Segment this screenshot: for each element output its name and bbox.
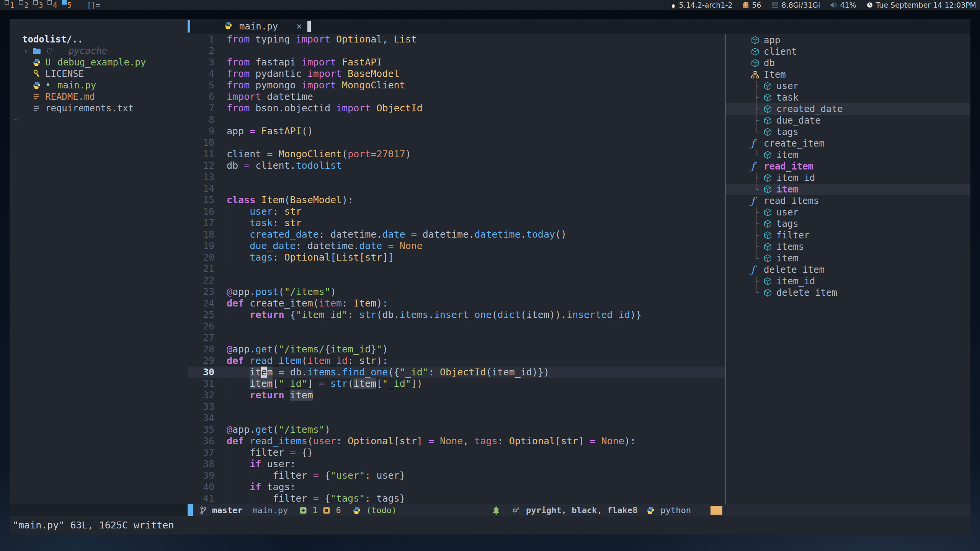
code-line-41[interactable]: 41 filter = {"tags": tags} bbox=[188, 493, 725, 504]
outline-item-item[interactable]: └item bbox=[726, 184, 970, 195]
tree-item-LICENSE[interactable]: LICENSE bbox=[10, 68, 188, 80]
outline-item-user[interactable]: ├user bbox=[726, 80, 970, 92]
code-line-3[interactable]: 3from fastapi import FastAPI bbox=[188, 57, 725, 68]
line-number: 16 bbox=[188, 206, 214, 217]
python-icon bbox=[33, 80, 41, 91]
code-line-37[interactable]: 37 filter = {} bbox=[188, 447, 725, 458]
tab-main-py[interactable]: main.py × bbox=[190, 19, 311, 34]
tab-label: main.py bbox=[239, 21, 278, 32]
code-line-25[interactable]: 25 return {"item_id": str(db.items.inser… bbox=[188, 309, 725, 321]
tree-item-main.py[interactable]: •main.py bbox=[10, 80, 188, 91]
outline-item-created_date[interactable]: ├created_date bbox=[726, 103, 970, 115]
workspace-1[interactable]: 1 bbox=[10, 1, 14, 9]
outline-item-db[interactable]: db bbox=[726, 57, 970, 69]
outline-item-label: read_items bbox=[764, 195, 819, 207]
code-line-29[interactable]: 29def read_item(item_id: str): bbox=[188, 355, 725, 367]
code-text: filter = {"user": user} bbox=[227, 470, 405, 481]
outline-item-tags[interactable]: ├tags bbox=[726, 218, 970, 230]
treesitter-icon bbox=[492, 506, 500, 515]
outline-item-delete_item[interactable]: ƒdelete_item bbox=[726, 264, 970, 276]
outline-item-item_id[interactable]: ├item_id bbox=[726, 172, 970, 184]
code-line-28[interactable]: 28@app.get("/items/{item_id}") bbox=[188, 344, 725, 355]
code-line-38[interactable]: 38 if user: bbox=[188, 458, 725, 470]
code-line-21[interactable]: 21 bbox=[188, 263, 725, 275]
git-branch-name: master bbox=[212, 505, 242, 515]
code-line-16[interactable]: 16 user: str bbox=[188, 206, 725, 217]
code-line-33[interactable]: 33 bbox=[188, 401, 725, 412]
workspace-square-icon bbox=[62, 0, 67, 5]
code-line-14[interactable]: 14 bbox=[188, 183, 725, 194]
code-line-31[interactable]: 31 item["_id"] = str(item["_id"]) bbox=[188, 378, 725, 390]
workspace-3[interactable]: 3 bbox=[39, 1, 43, 9]
outline-item-tags[interactable]: └tags bbox=[726, 126, 970, 138]
code-text: return {"item_id": str(db.items.insert_o… bbox=[227, 309, 642, 321]
code-line-4[interactable]: 4from pydantic import BaseModel bbox=[188, 68, 725, 80]
outline-item-delete_item[interactable]: └delete_item bbox=[726, 287, 970, 298]
close-icon[interactable]: × bbox=[296, 21, 302, 32]
code-line-7[interactable]: 7from bson.objectid import ObjectId bbox=[188, 103, 725, 114]
line-number: 9 bbox=[188, 126, 214, 137]
code-line-20[interactable]: 20 tags: Optional[List[str]] bbox=[188, 252, 725, 263]
tree-item-debug_example.py[interactable]: Udebug_example.py bbox=[10, 57, 188, 68]
code-line-23[interactable]: 23@app.post("/items") bbox=[188, 286, 725, 298]
workspace-2[interactable]: 2 bbox=[24, 1, 28, 9]
code-line-22[interactable]: 22 bbox=[188, 275, 725, 286]
line-number: 35 bbox=[188, 424, 214, 435]
code-line-36[interactable]: 36def read_items(user: Optional[str] = N… bbox=[188, 435, 725, 447]
code-line-9[interactable]: 9app = FastAPI() bbox=[188, 126, 725, 137]
code-line-1[interactable]: 1from typing import Optional, List bbox=[188, 34, 725, 45]
code-line-5[interactable]: 5from pymongo import MongoClient bbox=[188, 80, 725, 91]
code-line-24[interactable]: 24def create_item(item: Item): bbox=[188, 298, 725, 309]
code-line-18[interactable]: 18 created_date: datetime.date = datetim… bbox=[188, 229, 725, 240]
code-line-32[interactable]: 32 return item bbox=[188, 390, 725, 401]
code-line-2[interactable]: 2 bbox=[188, 45, 725, 57]
line-number: 4 bbox=[188, 68, 214, 80]
workspace-5[interactable]: 5 bbox=[67, 1, 72, 9]
code-editor-pane[interactable]: 1from typing import Optional, List23from… bbox=[188, 34, 725, 504]
outline-item-Item[interactable]: Item bbox=[726, 69, 970, 80]
outline-item-filter[interactable]: ├filter bbox=[726, 230, 970, 241]
outline-item-item[interactable]: └item bbox=[726, 253, 970, 264]
code-line-27[interactable]: 27 bbox=[188, 332, 725, 344]
workspace-4[interactable]: 4 bbox=[53, 1, 57, 9]
tree-item-requirements.txt[interactable]: requirements.txt bbox=[10, 103, 188, 114]
code-line-12[interactable]: 12db = client.todolist bbox=[188, 160, 725, 171]
code-line-13[interactable]: 13 bbox=[188, 171, 725, 183]
tree-item-README.md[interactable]: README.md bbox=[10, 91, 188, 103]
filetype-label: python bbox=[661, 505, 691, 515]
code-line-34[interactable]: 34 bbox=[188, 412, 725, 424]
cube-icon bbox=[764, 276, 772, 287]
code-line-19[interactable]: 19 due_date: datetime.date = None bbox=[188, 240, 725, 252]
outline-item-item_id[interactable]: ├item_id bbox=[726, 276, 970, 287]
cube-icon bbox=[751, 46, 759, 57]
tree-connector: └ bbox=[753, 149, 759, 161]
code-line-39[interactable]: 39 filter = {"user": user} bbox=[188, 470, 725, 481]
code-line-11[interactable]: 11client = MongoClient(port=27017) bbox=[188, 148, 725, 160]
outline-item-items[interactable]: ├items bbox=[726, 241, 970, 253]
outline-item-create_item[interactable]: ƒcreate_item bbox=[726, 138, 970, 149]
code-line-10[interactable]: 10 bbox=[188, 137, 725, 148]
tree-item-__pycache__[interactable]: ›__pycache__ bbox=[10, 45, 188, 57]
outline-item-user[interactable]: ├user bbox=[726, 207, 970, 218]
outline-item-client[interactable]: client bbox=[726, 46, 970, 57]
outline-item-due_date[interactable]: ├due_date bbox=[726, 115, 970, 126]
outline-item-app[interactable]: app bbox=[726, 34, 970, 46]
outline-item-task[interactable]: ├task bbox=[726, 92, 970, 103]
code-line-15[interactable]: 15class Item(BaseModel): bbox=[188, 194, 725, 206]
cube-icon bbox=[764, 241, 772, 253]
code-line-30[interactable]: 30 item = db.items.find_one({"_id": Obje… bbox=[188, 367, 725, 378]
code-line-8[interactable]: 8 bbox=[188, 114, 725, 126]
outline-item-item[interactable]: └item bbox=[726, 149, 970, 161]
outline-item-read_item[interactable]: ƒread_item bbox=[726, 161, 970, 172]
code-text: user: str bbox=[227, 206, 302, 217]
outline-item-read_items[interactable]: ƒread_items bbox=[726, 195, 970, 207]
file-tree-root[interactable]: todolist/.. bbox=[22, 34, 83, 45]
code-text: def create_item(item: Item): bbox=[227, 298, 388, 309]
code-line-26[interactable]: 26 bbox=[188, 321, 725, 332]
line-number: 10 bbox=[188, 137, 214, 148]
code-line-6[interactable]: 6import datetime bbox=[188, 91, 725, 103]
code-line-17[interactable]: 17 task: str bbox=[188, 217, 725, 229]
code-line-35[interactable]: 35@app.get("/items") bbox=[188, 424, 725, 435]
chevron-right-icon[interactable]: › bbox=[23, 45, 28, 57]
code-line-40[interactable]: 40 if tags: bbox=[188, 481, 725, 493]
